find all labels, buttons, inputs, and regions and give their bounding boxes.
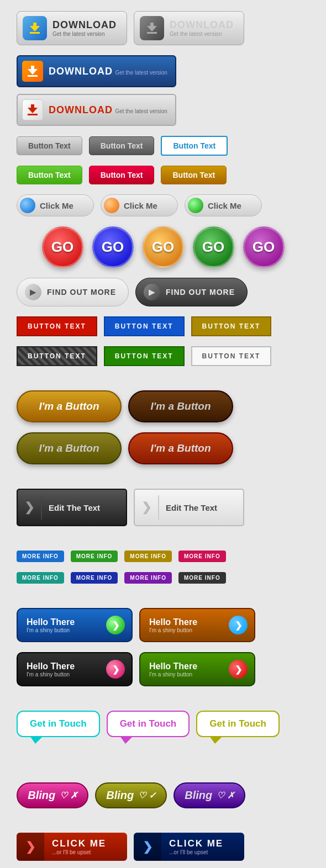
button-text-gold[interactable]: Button Text: [161, 166, 227, 184]
download-main-label: DOWNLOAD: [52, 19, 117, 31]
download-sub-label: Get the latest version: [52, 31, 117, 37]
edit-chevron-dark: ❯: [18, 495, 42, 520]
hello-sub-green: I'm a shiny button: [149, 671, 223, 678]
edit-button-dark[interactable]: ❯ Edit The Text: [17, 489, 127, 526]
more-info-pink[interactable]: MORE INFO: [178, 551, 226, 562]
button-text-pink[interactable]: Button Text: [89, 166, 155, 184]
more-info-dark[interactable]: MORE INFO: [178, 572, 226, 584]
im-button-rust[interactable]: I'm a Button: [128, 432, 233, 464]
hello-arrow-blue: ❯: [229, 616, 248, 634]
more-info-green[interactable]: MORE INFO: [71, 551, 118, 562]
hello-arrow-green: ❯: [106, 616, 125, 634]
download-main-blue: DOWNLOAD: [49, 66, 113, 77]
click-me-arrow-red: ❯: [17, 833, 44, 861]
find-label-light: FIND OUT MORE: [47, 288, 116, 297]
im-button-darkbrown[interactable]: I'm a Button: [128, 390, 233, 422]
hello-text-dark: Hello There I'm a shiny button: [27, 661, 101, 678]
find-out-more-light[interactable]: ▶ FIND OUT MORE: [17, 278, 129, 306]
click-me-label-blue: Click Me: [40, 201, 73, 210]
download-button-red[interactable]: DOWNLOAD Get the latest version: [17, 94, 176, 126]
bling-button-olive[interactable]: Bling ♡ ✓: [95, 782, 167, 808]
more-info-darkblue[interactable]: MORE INFO: [71, 572, 118, 584]
svg-rect-1: [30, 32, 40, 34]
heart-check-icon: ♡ ✗: [217, 790, 234, 801]
dot-green: [188, 198, 203, 213]
more-info-blue[interactable]: MORE INFO: [17, 551, 64, 562]
styled-button-blue[interactable]: BUTTON TEXT: [104, 316, 185, 336]
svg-rect-3: [147, 32, 157, 34]
styled-button-green[interactable]: BUTTON TEXT: [104, 346, 185, 366]
click-me-green[interactable]: Click Me: [185, 194, 262, 216]
click-me-text-darkblue: CLICK ME ...or I'll be upset: [161, 833, 244, 861]
button-text-gray[interactable]: Button Text: [17, 136, 82, 155]
bling-label-pink: Bling: [28, 789, 55, 802]
hello-arrow-pink: ❯: [106, 660, 125, 679]
get-in-touch-pink[interactable]: Get in Touch: [107, 711, 190, 737]
download-button-dark[interactable]: DOWNLOAD Get the latest version: [134, 11, 244, 45]
hello-button-orange[interactable]: Hello There I'm a shiny button ❯: [139, 608, 255, 642]
hello-button-green[interactable]: Hello There I'm a shiny button ❯: [139, 652, 255, 686]
click-me-darkblue[interactable]: ❯ CLICK ME ...or I'll be upset: [134, 833, 244, 861]
download-main-label-dark: DOWNLOAD: [170, 19, 234, 31]
download-text-dark: DOWNLOAD Get the latest version: [170, 19, 234, 37]
bling-label-olive: Bling: [106, 789, 134, 802]
hello-sub-blue: I'm a shiny button: [27, 627, 101, 633]
go-button-purple[interactable]: GO: [243, 226, 285, 268]
more-info-teal[interactable]: MORE INFO: [17, 572, 64, 584]
bling-label-purple: Bling: [185, 789, 212, 802]
find-arrow-dark: ▶: [144, 284, 160, 300]
edit-button-light[interactable]: ❯ Edit The Text: [134, 489, 244, 526]
find-label-dark: FIND OUT MORE: [166, 288, 235, 297]
click-me-arrow-darkblue: ❯: [134, 833, 161, 861]
edit-chevron-light: ❯: [135, 495, 159, 520]
heart-icon: ♡ ✗: [60, 790, 77, 801]
button-text-darkgray[interactable]: Button Text: [89, 136, 155, 155]
click-me-blue[interactable]: Click Me: [17, 194, 94, 216]
hello-sub-orange: I'm a shiny button: [149, 627, 223, 633]
hello-title-orange: Hello There: [149, 617, 223, 627]
find-out-more-dark[interactable]: ▶ FIND OUT MORE: [135, 278, 248, 306]
button-text-blue-outline[interactable]: Button Text: [161, 136, 228, 156]
go-button-green[interactable]: GO: [193, 226, 234, 268]
click-me-sub-red: ...or I'll be upset: [52, 849, 119, 855]
get-in-touch-yellow[interactable]: Get in Touch: [196, 711, 280, 737]
edit-label-light: Edit The Text: [159, 503, 217, 512]
download-button-blue[interactable]: DOWNLOAD Get the latest version: [17, 55, 176, 87]
download-text-blue: DOWNLOAD Get the latest version: [49, 66, 167, 77]
click-me-main-red: CLICK ME: [52, 838, 119, 849]
im-button-gold[interactable]: I'm a Button: [17, 390, 122, 422]
styled-button-stripe[interactable]: BUTTON TEXT: [17, 346, 97, 366]
check-icon: ♡ ✓: [138, 790, 155, 801]
hello-button-blue[interactable]: Hello There I'm a shiny button ❯: [17, 608, 133, 642]
download-sub-red: Get the latest version: [115, 108, 167, 114]
click-me-label-green: Click Me: [208, 201, 241, 210]
go-button-red[interactable]: GO: [42, 226, 83, 268]
click-me-orange[interactable]: Click Me: [101, 194, 178, 216]
hello-sub-dark: I'm a shiny button: [27, 671, 101, 678]
download-text-silver: DOWNLOAD Get the latest version: [52, 19, 117, 37]
styled-button-gold[interactable]: BUTTON TEXT: [191, 316, 272, 336]
hello-title-blue: Hello There: [27, 617, 101, 627]
more-info-purple[interactable]: MORE INFO: [124, 572, 172, 584]
styled-button-outline[interactable]: BUTTON TEXT: [191, 346, 272, 366]
download-main-red: DOWNLOAD: [49, 104, 113, 115]
svg-marker-4: [28, 66, 38, 75]
get-in-touch-cyan[interactable]: Get in Touch: [17, 711, 100, 737]
hello-button-dark[interactable]: Hello There I'm a shiny button ❯: [17, 652, 133, 686]
download-icon-blue: [23, 16, 47, 40]
styled-button-red[interactable]: BUTTON TEXT: [17, 316, 97, 336]
go-button-orange[interactable]: GO: [143, 226, 184, 268]
click-me-label-orange: Click Me: [124, 201, 157, 210]
more-info-gold[interactable]: MORE INFO: [124, 551, 172, 562]
bling-button-purple[interactable]: Bling ♡ ✗: [173, 782, 245, 808]
im-button-olive[interactable]: I'm a Button: [17, 432, 122, 464]
find-arrow-light: ▶: [25, 284, 41, 300]
click-me-main-darkblue: CLICK ME: [169, 838, 236, 849]
button-text-green[interactable]: Button Text: [17, 166, 82, 184]
go-button-blue[interactable]: GO: [92, 226, 134, 268]
hello-title-dark: Hello There: [27, 661, 101, 671]
bling-button-pink[interactable]: Bling ♡ ✗: [17, 782, 88, 808]
hello-text-blue: Hello There I'm a shiny button: [27, 617, 101, 633]
click-me-red[interactable]: ❯ CLICK ME ...or I'll be upset: [17, 833, 127, 861]
download-button-silver[interactable]: DOWNLOAD Get the latest version: [17, 11, 127, 45]
